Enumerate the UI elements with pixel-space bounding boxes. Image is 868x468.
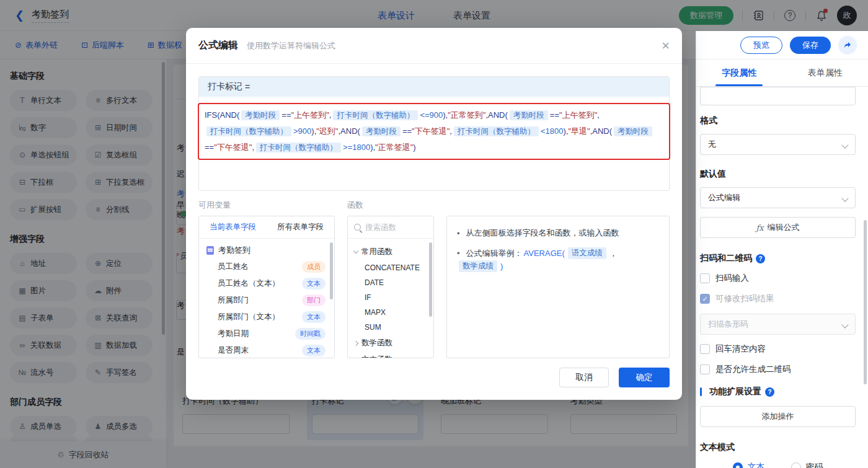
variable-field-row[interactable]: 员工姓名 成员: [199, 258, 334, 275]
field-type-badge: 时间戳: [295, 328, 326, 340]
formula-token: ,: [329, 110, 332, 120]
formula-token: ,AND(: [338, 126, 360, 136]
share-button[interactable]: [838, 36, 857, 55]
checkbox-enter-clear[interactable]: 回车清空内容: [700, 343, 856, 355]
scrollbar-thumb[interactable]: [429, 242, 432, 317]
confirm-button[interactable]: 确定: [619, 368, 670, 387]
scrollbar-thumb[interactable]: [864, 220, 867, 384]
formula-token: ==: [281, 110, 291, 120]
scrollbar-thumb[interactable]: [330, 242, 333, 299]
checkbox-icon: [700, 273, 710, 283]
formula-token: >=1800: [343, 143, 370, 152]
add-action-button[interactable]: 添加操作: [700, 406, 856, 427]
properties-tab[interactable]: 表单属性: [782, 60, 868, 86]
formula-token: 考勤时段: [510, 110, 548, 120]
checkbox-icon: [700, 344, 710, 354]
help-circle-icon[interactable]: ?: [765, 387, 774, 397]
formula-editor: 打卡标记 = IFS(AND(考勤时段=="上午签到",打卡时间（数字辅助）<=…: [198, 76, 670, 191]
variable-field-row[interactable]: 考勤日期 时间戳: [199, 325, 334, 342]
checkbox-allow-qr[interactable]: 是否允许生成二维码: [700, 364, 856, 375]
function-search[interactable]: [348, 216, 433, 239]
formula-token: ,: [252, 143, 254, 152]
functions-panel: 常用函数 CONCATENATEDATEIFMAPXSUM 数学函数: [347, 216, 434, 358]
function-item[interactable]: SUM: [348, 320, 433, 335]
help-circle-icon[interactable]: ?: [756, 254, 765, 263]
format-select[interactable]: 无: [700, 134, 856, 155]
variable-field-row[interactable]: 所属部门（文本） 文本: [199, 309, 334, 325]
field-type-badge: 文本: [302, 278, 326, 289]
properties-tab[interactable]: 字段属性: [696, 60, 782, 86]
text-mode-radio[interactable]: 文本: [733, 462, 765, 468]
form-tree-node[interactable]: 考勤签到: [199, 239, 334, 258]
formula-help-panel: 从左侧面板选择字段名和函数，或输入函数 公式编辑举例： AVERAGE( 语文成…: [446, 216, 670, 358]
default-value-select[interactable]: 公式编辑: [700, 187, 856, 208]
function-item[interactable]: IF: [348, 290, 433, 305]
formula-token: <=900: [420, 110, 443, 120]
variables-tab[interactable]: 所有表单字段: [267, 216, 334, 238]
functions-label: 函数: [347, 200, 446, 211]
help-example: 公式编辑举例： AVERAGE( 语文成绩 ， 数学成绩 ): [457, 247, 659, 272]
formula-token: ,: [450, 126, 452, 136]
formula-token: "下午签退": [214, 143, 252, 152]
variable-field-row[interactable]: 员工姓名（文本） 文本: [199, 275, 334, 292]
formula-token: ==: [550, 110, 559, 120]
formula-token: 考勤时段: [362, 126, 401, 136]
checkbox-scan-input[interactable]: 扫码输入: [700, 273, 856, 284]
variable-field-row[interactable]: 所属部门 部门: [199, 292, 334, 309]
example-field-chip: 语文成绩: [568, 247, 606, 259]
function-group[interactable]: 文本函数: [348, 351, 433, 358]
formula-editor-modal: 公式编辑 使用数学运算符编辑公式 × 打卡标记 = IFS(AND(考勤时段==…: [186, 28, 682, 400]
formula-token: "上午签到": [559, 110, 597, 120]
formula-token: 打卡时间（数字辅助）: [206, 126, 291, 136]
close-icon[interactable]: ×: [662, 39, 670, 53]
chevron-icon: [353, 249, 358, 254]
default-value-label: 默认值: [700, 169, 856, 180]
formula-token: ,AND(: [485, 110, 507, 120]
text-mode-radio[interactable]: 密码: [791, 462, 823, 468]
formula-token: ,AND(: [590, 126, 612, 136]
properties-panel: 预览 保存 字段属性表单属性 格式 无 默认值 公式编辑 ƒx 编辑公式 扫码和…: [696, 31, 868, 468]
function-item[interactable]: MAPX: [348, 305, 433, 320]
save-button[interactable]: 保存: [790, 37, 831, 54]
text-mode-label: 文本模式: [700, 442, 856, 453]
formula-token: ): [413, 143, 415, 152]
function-item[interactable]: CONCATENATE: [348, 260, 433, 275]
form-doc-icon: [206, 246, 214, 255]
formula-token: "上午签到": [291, 110, 329, 120]
formula-target-field: 打卡标记 =: [199, 77, 669, 97]
function-search-input[interactable]: [365, 223, 421, 232]
clipped-textarea[interactable]: [700, 87, 856, 105]
variable-field-row[interactable]: 是否周末 文本: [199, 342, 334, 358]
formula-token: "正常签退": [375, 143, 413, 152]
help-tip: 从左侧面板选择字段名和函数，或输入函数: [457, 227, 659, 239]
cancel-button[interactable]: 取消: [559, 368, 609, 387]
format-label: 格式: [700, 115, 856, 126]
formula-token: 考勤时段: [614, 126, 652, 136]
checkbox-checked-icon: ✓: [700, 294, 710, 304]
field-type-badge: 文本: [302, 345, 326, 356]
search-icon: [354, 224, 361, 231]
field-type-badge: 文本: [302, 311, 326, 323]
function-item[interactable]: DATE: [348, 275, 433, 290]
formula-token: "迟到": [316, 126, 338, 136]
formula-token: ==: [402, 126, 412, 136]
modal-title: 公式编辑: [198, 39, 238, 52]
field-type-badge: 成员: [302, 261, 326, 273]
formula-token: ==: [205, 143, 214, 152]
function-group[interactable]: 数学函数: [348, 335, 433, 351]
function-group[interactable]: 常用函数: [348, 244, 433, 260]
formula-token: 打卡时间（数字辅助）: [454, 126, 539, 136]
formula-token: <1800: [541, 126, 564, 136]
checkbox-modify-scan-result[interactable]: ✓ 可修改扫码结果: [700, 293, 856, 304]
modal-subtitle: 使用数学运算符编辑公式: [247, 40, 335, 51]
formula-input-area[interactable]: IFS(AND(考勤时段=="上午签到",打卡时间（数字辅助）<=900),"正…: [199, 97, 669, 191]
chevron-icon: [353, 340, 358, 345]
modal-mask: [0, 0, 868, 31]
formula-token: >900: [293, 126, 311, 136]
edit-formula-button[interactable]: ƒx 编辑公式: [700, 217, 856, 238]
formula-expression[interactable]: IFS(AND(考勤时段=="上午签到",打卡时间（数字辅助）<=900),"正…: [198, 103, 670, 160]
variables-tab[interactable]: 当前表单字段: [199, 216, 267, 238]
scan-barcode-select: 扫描条形码: [700, 314, 856, 335]
formula-token: 考勤时段: [241, 110, 280, 120]
preview-button[interactable]: 预览: [740, 37, 782, 54]
